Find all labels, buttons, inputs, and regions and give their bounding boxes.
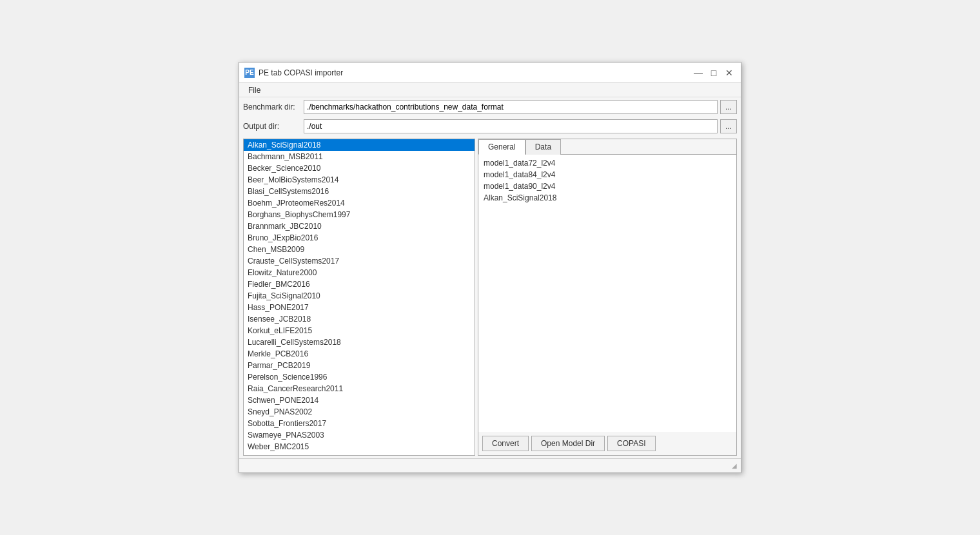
close-button[interactable]: ✕ bbox=[723, 66, 736, 79]
output-browse-button[interactable]: ... bbox=[720, 119, 737, 133]
tab-data[interactable]: Data bbox=[525, 139, 561, 155]
maximize-button[interactable]: □ bbox=[707, 66, 720, 79]
left-list-item[interactable]: Raia_CancerResearch2011 bbox=[244, 383, 475, 394]
right-panel: GeneralData model1_data72_l2v4model1_dat… bbox=[478, 139, 737, 456]
left-list-item[interactable]: Bruno_JExpBio2016 bbox=[244, 232, 475, 244]
left-list-item[interactable]: Weber_BMC2015 bbox=[244, 441, 475, 452]
app-icon: PE bbox=[244, 68, 255, 78]
left-list-item[interactable]: Becker_Science2010 bbox=[244, 162, 475, 174]
output-label: Output dir: bbox=[243, 122, 301, 131]
left-list-item[interactable]: Bachmann_MSB2011 bbox=[244, 151, 475, 162]
left-panel: Alkan_SciSignal2018Bachmann_MSB2011Becke… bbox=[243, 139, 475, 456]
tab-content: model1_data72_l2v4model1_data84_l2v4mode… bbox=[478, 155, 736, 432]
left-list-item[interactable]: Lucarelli_CellSystems2018 bbox=[244, 336, 475, 348]
left-list-item[interactable]: Merkle_PCB2016 bbox=[244, 348, 475, 360]
open-model-dir-button[interactable]: Open Model Dir bbox=[531, 436, 605, 451]
left-list-item[interactable]: Blasi_CellSystems2016 bbox=[244, 186, 475, 197]
tab-general[interactable]: General bbox=[478, 139, 525, 155]
left-list-item[interactable]: Borghans_BiophysChem1997 bbox=[244, 209, 475, 220]
output-row: Output dir: ... bbox=[239, 117, 741, 136]
left-list-item[interactable]: Crauste_CellSystems2017 bbox=[244, 255, 475, 267]
benchmark-browse-button[interactable]: ... bbox=[720, 100, 737, 114]
convert-button[interactable]: Convert bbox=[482, 436, 529, 451]
left-list-item[interactable]: Alkan_SciSignal2018 bbox=[244, 139, 475, 151]
menu-bar: File bbox=[239, 83, 741, 97]
left-list-item[interactable]: Hass_PONE2017 bbox=[244, 302, 475, 313]
left-list-item[interactable]: Perelson_Science1996 bbox=[244, 371, 475, 383]
menu-file[interactable]: File bbox=[244, 84, 264, 96]
main-content: Alkan_SciSignal2018Bachmann_MSB2011Becke… bbox=[239, 136, 741, 458]
left-list-item[interactable]: Chen_MSB2009 bbox=[244, 244, 475, 255]
data-list-item[interactable]: model1_data84_l2v4 bbox=[481, 169, 734, 180]
left-list-item[interactable]: Korkut_eLIFE2015 bbox=[244, 325, 475, 336]
left-list-item[interactable]: Fiedler_BMC2016 bbox=[244, 278, 475, 290]
title-bar: PE PE tab COPASI importer — □ ✕ bbox=[239, 63, 741, 83]
left-list-item[interactable]: Isensee_JCB2018 bbox=[244, 313, 475, 325]
left-list-item[interactable]: Schwen_PONE2014 bbox=[244, 394, 475, 406]
left-list-item[interactable]: Sneyd_PNAS2002 bbox=[244, 406, 475, 418]
left-list-item[interactable]: Brannmark_JBC2010 bbox=[244, 220, 475, 232]
left-list-item[interactable]: Beer_MolBioSystems2014 bbox=[244, 174, 475, 186]
left-list-item[interactable]: Elowitz_Nature2000 bbox=[244, 267, 475, 278]
main-window: PE PE tab COPASI importer — □ ✕ File Ben… bbox=[239, 62, 741, 473]
left-list-item[interactable]: Fujita_SciSignal2010 bbox=[244, 290, 475, 302]
window-controls: — □ ✕ bbox=[692, 66, 736, 79]
left-list-item[interactable]: Boehm_JProteomeRes2014 bbox=[244, 197, 475, 209]
window-title: PE tab COPASI importer bbox=[259, 68, 343, 77]
data-list-item[interactable]: model1_data72_l2v4 bbox=[481, 157, 734, 169]
benchmark-label: Benchmark dir: bbox=[243, 102, 301, 112]
tabs: GeneralData bbox=[478, 139, 736, 155]
left-list-item[interactable]: Zheng_PNAS2012 bbox=[244, 452, 475, 456]
benchmark-row: Benchmark dir: ... bbox=[239, 97, 741, 117]
copasi-button[interactable]: COPASI bbox=[607, 436, 655, 451]
bottom-buttons: Convert Open Model Dir COPASI bbox=[478, 432, 736, 455]
resize-handle: ◢ bbox=[732, 462, 737, 469]
title-bar-left: PE PE tab COPASI importer bbox=[244, 68, 343, 78]
status-bar: ◢ bbox=[239, 458, 741, 472]
data-list-item[interactable]: model1_data90_l2v4 bbox=[481, 180, 734, 192]
minimize-button[interactable]: — bbox=[692, 66, 705, 79]
left-list-item[interactable]: Parmar_PCB2019 bbox=[244, 360, 475, 371]
benchmark-input[interactable] bbox=[304, 100, 718, 114]
left-list-item[interactable]: Swameye_PNAS2003 bbox=[244, 429, 475, 441]
data-list-item[interactable]: Alkan_SciSignal2018 bbox=[481, 192, 734, 204]
left-list-item[interactable]: Sobotta_Frontiers2017 bbox=[244, 418, 475, 429]
output-input[interactable] bbox=[304, 119, 718, 133]
